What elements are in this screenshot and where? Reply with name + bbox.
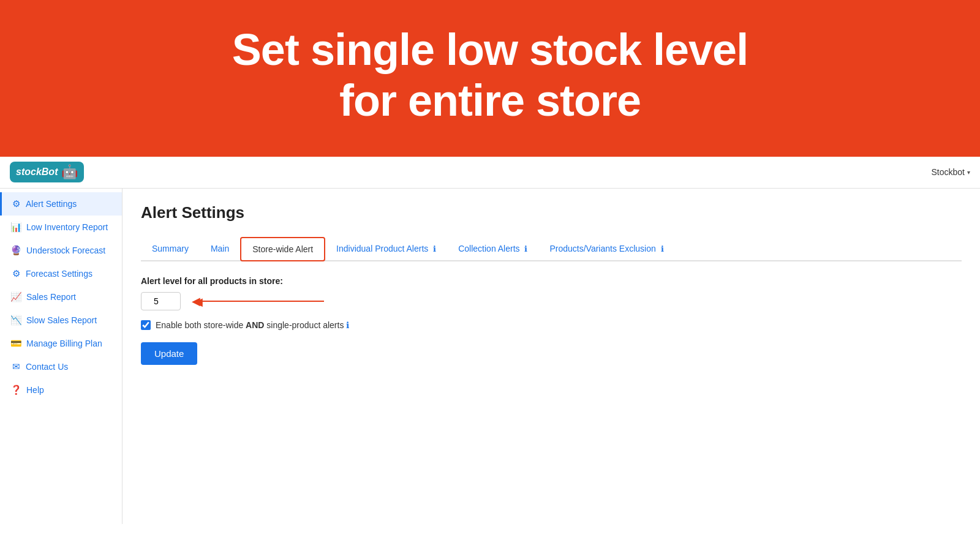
logo-text: stockBot <box>16 167 58 178</box>
sales-report-icon: 📈 <box>10 291 22 302</box>
sidebar-item-label: Forecast Settings <box>26 269 92 279</box>
content-area: Alert Settings SummaryMainStore-wide Ale… <box>123 189 980 524</box>
understock-forecast-icon: 🔮 <box>10 245 22 256</box>
field-label: Alert level for all products in store: <box>141 276 962 286</box>
app-container: stockBot 🤖 Stockbot ▾ ⚙ Alert Settings 📊… <box>0 157 980 524</box>
tab-store-wide-alert[interactable]: Store-wide Alert <box>240 237 325 261</box>
sidebar-item-forecast-settings[interactable]: ⚙ Forecast Settings <box>0 262 122 285</box>
info-icon-products-variants-exclusion[interactable]: ℹ <box>661 244 664 253</box>
input-row: ◀ <box>141 292 962 310</box>
low-inventory-report-icon: 📊 <box>10 222 22 233</box>
main-layout: ⚙ Alert Settings 📊 Low Inventory Report … <box>0 189 980 524</box>
sidebar-item-label: Low Inventory Report <box>26 222 108 232</box>
sidebar-item-sales-report[interactable]: 📈 Sales Report <box>0 285 122 309</box>
tab-products-variants-exclusion[interactable]: Products/Variants Exclusion ℹ <box>538 238 674 261</box>
sidebar-item-manage-billing-plan[interactable]: 💳 Manage Billing Plan <box>0 332 122 355</box>
top-bar: stockBot 🤖 Stockbot ▾ <box>0 157 980 189</box>
tab-collection-alerts[interactable]: Collection Alerts ℹ <box>447 238 538 261</box>
sidebar-item-label: Alert Settings <box>26 199 77 209</box>
sidebar-item-contact-us[interactable]: ✉ Contact Us <box>0 355 122 378</box>
arrow-indicator: ◀ <box>192 294 324 308</box>
tab-summary[interactable]: Summary <box>141 238 200 261</box>
checkbox-row: Enable both store-wide AND single-produc… <box>141 320 962 330</box>
sidebar-item-label: Slow Sales Report <box>26 315 97 325</box>
hero-banner: Set single low stock level for entire st… <box>0 0 980 157</box>
page-title: Alert Settings <box>141 203 962 222</box>
manage-billing-plan-icon: 💳 <box>10 338 22 349</box>
help-icon: ❓ <box>10 384 22 395</box>
sidebar-item-label: Contact Us <box>26 362 68 372</box>
sidebar-item-label: Help <box>26 385 44 395</box>
logo-box[interactable]: stockBot 🤖 <box>10 162 84 182</box>
info-icon-collection-alerts[interactable]: ℹ <box>524 244 527 253</box>
forecast-settings-icon: ⚙ <box>10 268 21 279</box>
logo-robot-icon: 🤖 <box>61 164 78 180</box>
enable-both-checkbox[interactable] <box>141 320 151 330</box>
alert-settings-icon: ⚙ <box>10 198 21 209</box>
alert-level-input[interactable] <box>141 292 181 310</box>
chevron-down-icon: ▾ <box>967 169 970 176</box>
update-button[interactable]: Update <box>141 342 197 365</box>
sidebar-item-understock-forecast[interactable]: 🔮 Understock Forecast <box>0 239 122 262</box>
info-icon-individual-product-alerts[interactable]: ℹ <box>433 244 436 253</box>
sidebar-item-alert-settings[interactable]: ⚙ Alert Settings <box>0 192 122 216</box>
user-menu[interactable]: Stockbot ▾ <box>932 167 970 177</box>
arrow-line <box>202 301 324 302</box>
sidebar: ⚙ Alert Settings 📊 Low Inventory Report … <box>0 189 123 524</box>
sidebar-item-help[interactable]: ❓ Help <box>0 378 122 402</box>
sidebar-item-label: Understock Forecast <box>26 246 105 255</box>
tab-individual-product-alerts[interactable]: Individual Product Alerts ℹ <box>325 238 447 261</box>
sidebar-item-label: Sales Report <box>26 292 76 302</box>
hero-title: Set single low stock level for entire st… <box>12 24 968 126</box>
slow-sales-report-icon: 📉 <box>10 315 22 326</box>
logo-area: stockBot 🤖 <box>10 162 84 182</box>
checkbox-label: Enable both store-wide AND single-produc… <box>156 320 349 330</box>
tabs-bar: SummaryMainStore-wide AlertIndividual Pr… <box>141 237 962 261</box>
sidebar-item-slow-sales-report[interactable]: 📉 Slow Sales Report <box>0 309 122 332</box>
contact-us-icon: ✉ <box>10 361 21 372</box>
sidebar-item-label: Manage Billing Plan <box>26 339 102 348</box>
tab-main[interactable]: Main <box>200 238 240 261</box>
sidebar-item-low-inventory-report[interactable]: 📊 Low Inventory Report <box>0 216 122 239</box>
info-icon[interactable]: ℹ <box>346 320 349 330</box>
